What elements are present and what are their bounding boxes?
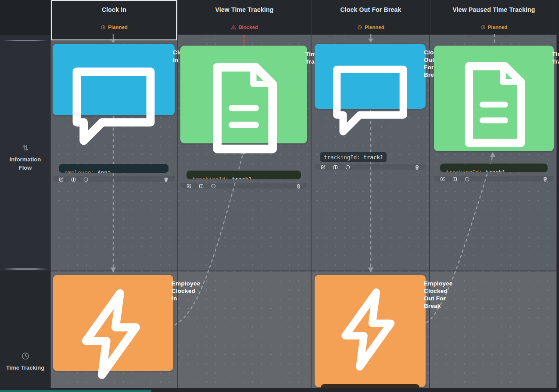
card-header: Time Tracking (180, 46, 307, 168)
event-modeling-canvas: Clock In Planned View Time Tracking Bloc… (0, 0, 559, 392)
column-title: Clock Out For Break (340, 6, 401, 13)
column-divider (177, 35, 178, 388)
comment-button[interactable] (211, 183, 216, 189)
swap-vertical-icon (21, 143, 30, 152)
clock-icon (480, 25, 486, 30)
status-badge: Planned (357, 25, 384, 30)
column-title: View Paused Time Tracking (452, 6, 535, 13)
column-divider (429, 35, 430, 388)
columns-icon (452, 176, 458, 182)
column-header-clock-in[interactable]: Clock In Planned (50, 0, 177, 35)
edit-icon (320, 164, 326, 170)
code-block: trackingId: track1employee: Annalocation… (186, 171, 301, 179)
code-line: trackingId: track1 (446, 168, 542, 172)
column-divider (311, 35, 312, 388)
card-employee-clocked-in[interactable]: Employee Clocked Intrackingid: track1emp… (53, 275, 173, 371)
code-line: trackingId: track1 (192, 175, 295, 179)
card-title: Employee Clocked In (172, 280, 200, 302)
lane-header-information-flow[interactable]: Information Flow (0, 35, 50, 271)
columns-icon (71, 177, 76, 182)
card-clock-in[interactable]: Clock Inemployee: Annalocation: kita-abc (53, 44, 175, 115)
comment-button[interactable] (464, 176, 470, 182)
column-header-view-paused-time-tracking[interactable]: View Paused Time Tracking Planned (430, 0, 557, 35)
columns-icon (198, 183, 204, 189)
comment-icon (464, 176, 470, 182)
status-label: Planned (488, 25, 508, 30)
lane-label: Information Flow (4, 155, 47, 172)
comment-button[interactable] (83, 176, 89, 182)
warning-icon (231, 25, 236, 30)
edit-icon (186, 183, 192, 189)
trash-icon (163, 177, 169, 182)
delete-button[interactable] (542, 176, 548, 182)
clock-icon (100, 25, 106, 30)
clock-icon (357, 25, 362, 30)
code-chip: trackingId: track1 (320, 152, 387, 162)
lane-header-time-tracking[interactable]: Time Tracking (0, 271, 50, 388)
comment-icon (345, 164, 351, 170)
columns-icon (333, 164, 338, 170)
card-clock-out-for-break[interactable]: Clock Out For BreaktrackingId: track1 (315, 44, 426, 109)
lightning-icon (59, 280, 168, 388)
comment-button[interactable] (345, 164, 351, 170)
status-label: Blocked (238, 25, 258, 30)
card-header: Clock Out For Break (315, 44, 426, 150)
card-header: Employee Clocked Out For Break (315, 275, 426, 381)
card-header: Time Tracking (434, 46, 554, 161)
card-time-tracking[interactable]: Time TrackingtrackingId: track1employee:… (180, 46, 307, 143)
code-block: employee: Annalocation: kita-abc (59, 164, 168, 173)
delete-button[interactable] (414, 164, 420, 170)
edit-button[interactable] (440, 176, 445, 182)
horizontal-scrollbar-thumb[interactable] (0, 390, 151, 392)
card-toolbar (180, 183, 307, 189)
document-icon (186, 50, 301, 166)
trash-icon (296, 183, 301, 189)
column-divider (50, 35, 51, 388)
edit-button[interactable] (186, 183, 192, 189)
speech-bubble-icon (320, 49, 420, 148)
card-employee-clocked-out-for-break[interactable]: Employee Clocked Out For BreaktrackingId… (315, 275, 426, 387)
card-header: Employee Clocked In (53, 275, 173, 391)
trash-icon (414, 164, 420, 170)
header-corner-cell (0, 0, 50, 35)
edit-button[interactable] (320, 164, 326, 170)
status-label: Planned (365, 25, 384, 30)
card-toolbar (53, 176, 175, 182)
lane-resize-handle[interactable] (3, 40, 48, 41)
delete-button[interactable] (163, 176, 169, 182)
edit-icon (440, 176, 445, 182)
speech-bubble-icon (58, 49, 169, 159)
card-toolbar (315, 164, 426, 170)
column-title: Clock In (102, 6, 126, 13)
card-title: Employee Clocked Out For Break (424, 280, 452, 310)
column-header-clock-out-for-break[interactable]: Clock Out For Break Planned (311, 0, 430, 35)
selected-slice-fill (51, 35, 176, 40)
card-header: Clock In (53, 44, 175, 161)
clock-icon (21, 352, 30, 360)
edit-icon (58, 177, 64, 182)
status-badge: Planned (480, 25, 508, 30)
edit-button[interactable] (58, 176, 64, 182)
comment-icon (211, 183, 216, 189)
status-label: Planned (108, 25, 128, 30)
columns-button[interactable] (198, 183, 204, 189)
code-line: employee: Anna (64, 168, 163, 173)
columns-button[interactable] (452, 176, 458, 182)
lightning-icon (320, 280, 420, 379)
trash-icon (542, 176, 548, 182)
card-title: Time Tracking (552, 50, 559, 65)
comment-icon (83, 177, 89, 182)
column-header-view-time-tracking[interactable]: View Time Tracking Blocked (177, 0, 311, 35)
status-badge: Blocked (231, 25, 258, 30)
column-title: View Time Tracking (215, 6, 273, 13)
columns-button[interactable] (333, 164, 338, 170)
card-toolbar (434, 176, 554, 182)
lane-label: Time Tracking (4, 363, 47, 372)
status-badge: Planned (100, 25, 128, 30)
card-time-tracking-paused[interactable]: Time TrackingtrackingId: track1# ...brea… (434, 46, 554, 151)
delete-button[interactable] (296, 183, 301, 189)
lane-resize-handle[interactable] (3, 268, 48, 270)
document-icon (440, 50, 548, 159)
code-block: trackingId: track1# ...breaks: - startTi… (440, 164, 548, 172)
columns-button[interactable] (71, 176, 76, 182)
